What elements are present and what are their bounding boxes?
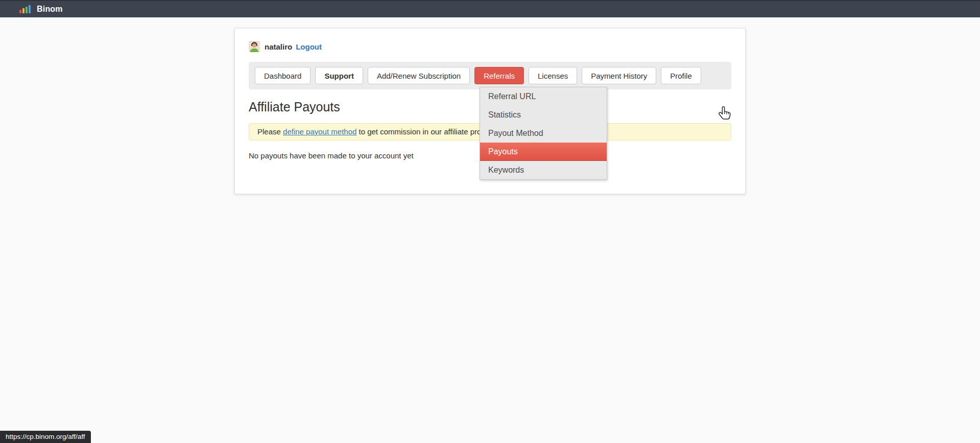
status-url-tooltip: https://cp.binom.org/aff/aff (0, 431, 91, 443)
bar-chart-icon (19, 5, 31, 13)
nav-button-profile[interactable]: Profile (661, 67, 701, 84)
notice-prefix: Please (257, 127, 283, 136)
nav-strip: Dashboard Support Add/Renew Subscription… (249, 62, 731, 89)
dropdown-item-referral-url[interactable]: Referral URL (480, 87, 607, 106)
referrals-dropdown-menu: Referral URL Statistics Payout Method Pa… (480, 87, 607, 180)
define-payout-method-link[interactable]: define payout method (283, 127, 356, 136)
nav-button-payment-history[interactable]: Payment History (582, 67, 656, 84)
nav-button-referrals[interactable]: Referrals (474, 67, 524, 84)
nav-button-support[interactable]: Support (315, 67, 363, 84)
nav-button-add-renew-subscription[interactable]: Add/Renew Subscription (368, 67, 470, 84)
notice-suffix: to get commission in our affiliate progr… (356, 127, 498, 136)
dropdown-item-payouts[interactable]: Payouts (480, 143, 607, 161)
dropdown-item-payout-method[interactable]: Payout Method (480, 124, 607, 143)
nav-button-dashboard[interactable]: Dashboard (255, 67, 310, 84)
brand-title: Binom (37, 5, 63, 14)
nav-button-licenses[interactable]: Licenses (529, 67, 577, 84)
topbar: Binom (0, 0, 980, 17)
dropdown-item-statistics[interactable]: Statistics (480, 106, 607, 124)
logout-link[interactable]: Logout (296, 42, 322, 51)
username-label: nataliro (265, 42, 292, 51)
user-avatar (249, 41, 260, 52)
dropdown-item-keywords[interactable]: Keywords (480, 161, 607, 179)
main-card: nataliro Logout Dashboard Support Add/Re… (234, 28, 746, 194)
user-row: nataliro Logout (249, 41, 731, 52)
